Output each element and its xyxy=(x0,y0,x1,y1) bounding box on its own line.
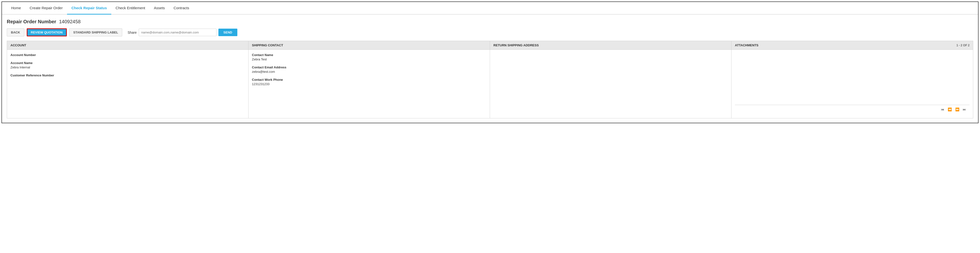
pagination-first-button[interactable]: ⏮ xyxy=(940,107,945,112)
nav-item-home[interactable]: Home xyxy=(7,2,25,14)
repair-order-label: Repair Order Number xyxy=(7,19,56,24)
return-shipping-body xyxy=(490,50,731,57)
standard-shipping-label-button[interactable]: STANDARD SHIPPING LABEL xyxy=(69,28,123,36)
customer-reference-group: Customer Reference Number xyxy=(10,73,245,77)
pagination-last-button[interactable]: ⏭ xyxy=(962,107,967,112)
account-number-group: Account Number xyxy=(10,53,245,57)
back-button[interactable]: BACK xyxy=(7,28,24,36)
page-content: Repair Order Number 14092458 BACK REVIEW… xyxy=(2,14,978,123)
attachments-pagination: ⏮ ⏪ ⏩ ⏭ xyxy=(735,105,970,114)
contact-phone-group: Contact Work Phone 1231231233 xyxy=(252,78,486,86)
review-quotation-button[interactable]: REVIEW QUOTATION xyxy=(27,28,67,36)
attachments-column: ATTACHMENTS 1 - 2 of 2 ⏮ ⏪ ⏩ ⏭ xyxy=(732,41,973,118)
attachments-count: 1 - 2 of 2 xyxy=(956,44,970,47)
account-number-label: Account Number xyxy=(10,53,245,57)
contact-name-value: Zebra Test xyxy=(252,57,486,61)
contact-phone-label: Contact Work Phone xyxy=(252,78,486,82)
main-navigation: Home Create Repair Order Check Repair St… xyxy=(2,2,978,14)
shipping-contact-column: SHIPPING CONTACT Contact Name Zebra Test… xyxy=(248,41,490,118)
account-column-body: Account Number Account Name Zebra Intern… xyxy=(7,50,248,85)
account-name-group: Account Name Zebra Internal xyxy=(10,61,245,69)
share-section: Share SEND xyxy=(127,28,237,36)
account-column-header: ACCOUNT xyxy=(7,41,248,50)
attachments-header-label: ATTACHMENTS xyxy=(735,43,759,47)
nav-item-contracts[interactable]: Contracts xyxy=(169,2,194,14)
account-name-label: Account Name xyxy=(10,61,245,65)
share-email-input[interactable] xyxy=(139,28,216,36)
shipping-contact-body: Contact Name Zebra Test Contact Email Ad… xyxy=(248,50,490,93)
contact-email-group: Contact Email Address zebra@test.com xyxy=(252,65,486,73)
contact-name-label: Contact Name xyxy=(252,53,486,57)
account-column: ACCOUNT Account Number Account Name Zebr… xyxy=(7,41,248,118)
contact-phone-value: 1231231233 xyxy=(252,82,486,86)
attachments-body: ⏮ ⏪ ⏩ ⏭ xyxy=(732,50,973,117)
share-label: Share xyxy=(127,30,137,35)
nav-item-create-repair-order[interactable]: Create Repair Order xyxy=(25,2,67,14)
nav-item-check-entitlement[interactable]: Check Entitlement xyxy=(111,2,150,14)
nav-item-check-repair-status[interactable]: Check Repair Status xyxy=(67,2,111,14)
shipping-contact-header: SHIPPING CONTACT xyxy=(248,41,490,50)
contact-name-group: Contact Name Zebra Test xyxy=(252,53,486,61)
return-shipping-column: RETURN SHIPPING ADDRESS xyxy=(490,41,732,118)
contact-email-label: Contact Email Address xyxy=(252,65,486,69)
nav-item-assets[interactable]: Assets xyxy=(150,2,169,14)
pagination-next-button[interactable]: ⏩ xyxy=(954,107,960,112)
contact-email-value: zebra@test.com xyxy=(252,70,486,73)
send-button[interactable]: SEND xyxy=(218,28,237,36)
repair-order-number: 14092458 xyxy=(59,19,81,24)
return-shipping-header: RETURN SHIPPING ADDRESS xyxy=(490,41,731,50)
customer-reference-label: Customer Reference Number xyxy=(10,73,245,77)
data-grid: ACCOUNT Account Number Account Name Zebr… xyxy=(7,41,973,119)
account-name-value: Zebra Internal xyxy=(10,65,245,69)
action-bar: BACK REVIEW QUOTATION STANDARD SHIPPING … xyxy=(7,28,973,36)
repair-order-header: Repair Order Number 14092458 xyxy=(7,19,973,24)
pagination-prev-button[interactable]: ⏪ xyxy=(947,107,953,112)
attachments-header: ATTACHMENTS 1 - 2 of 2 xyxy=(732,41,973,50)
